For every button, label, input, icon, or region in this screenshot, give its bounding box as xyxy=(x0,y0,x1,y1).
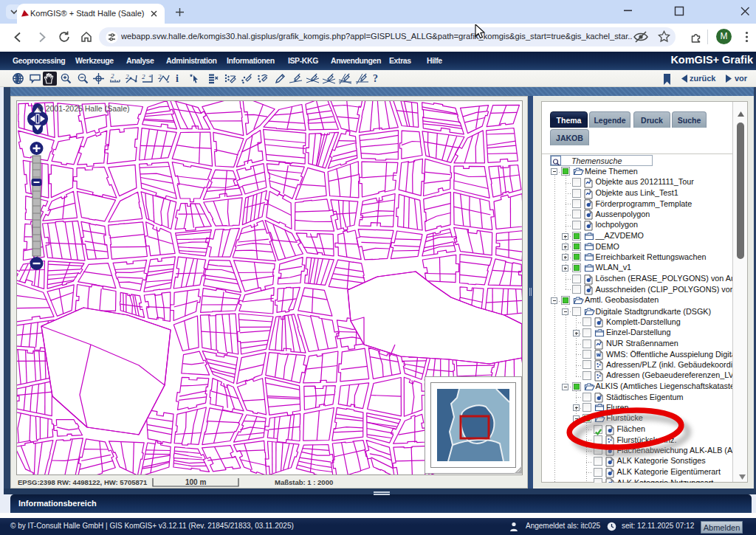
svg-text:100 m: 100 m xyxy=(185,478,206,486)
